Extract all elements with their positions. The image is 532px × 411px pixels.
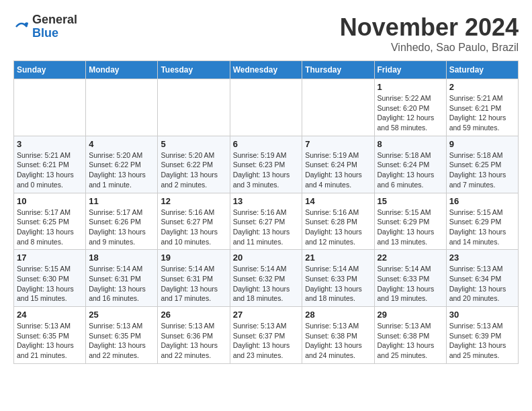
calendar-header-thursday: Thursday	[302, 61, 374, 79]
day-info: Sunrise: 5:15 AM Sunset: 6:29 PM Dayligh…	[449, 208, 515, 247]
logo: General Blue	[13, 13, 77, 40]
calendar-week-row: 24Sunrise: 5:13 AM Sunset: 6:35 PM Dayli…	[14, 307, 519, 364]
calendar-cell: 21Sunrise: 5:14 AM Sunset: 6:33 PM Dayli…	[302, 250, 374, 307]
day-number: 6	[233, 139, 300, 149]
logo-icon	[13, 19, 30, 35]
day-number: 1	[378, 82, 443, 92]
day-number: 30	[449, 310, 515, 320]
day-number: 27	[233, 310, 300, 320]
calendar-cell: 30Sunrise: 5:13 AM Sunset: 6:39 PM Dayli…	[446, 307, 518, 364]
day-number: 24	[17, 310, 83, 320]
calendar-cell: 7Sunrise: 5:19 AM Sunset: 6:24 PM Daylig…	[302, 136, 374, 193]
calendar-cell: 19Sunrise: 5:14 AM Sunset: 6:31 PM Dayli…	[158, 250, 230, 307]
day-info: Sunrise: 5:21 AM Sunset: 6:21 PM Dayligh…	[449, 93, 515, 133]
day-info: Sunrise: 5:13 AM Sunset: 6:38 PM Dayligh…	[378, 321, 443, 361]
day-info: Sunrise: 5:13 AM Sunset: 6:35 PM Dayligh…	[89, 321, 154, 361]
day-number: 20	[233, 253, 300, 263]
day-info: Sunrise: 5:17 AM Sunset: 6:25 PM Dayligh…	[17, 208, 83, 247]
calendar-cell: 5Sunrise: 5:20 AM Sunset: 6:22 PM Daylig…	[158, 136, 230, 193]
day-info: Sunrise: 5:13 AM Sunset: 6:35 PM Dayligh…	[17, 321, 83, 361]
day-number: 25	[89, 310, 154, 320]
day-info: Sunrise: 5:18 AM Sunset: 6:25 PM Dayligh…	[449, 150, 515, 190]
day-number: 17	[17, 253, 83, 263]
day-info: Sunrise: 5:13 AM Sunset: 6:37 PM Dayligh…	[233, 321, 300, 361]
page-header: General Blue November 2024 Vinhedo, Sao …	[13, 13, 519, 54]
calendar-cell: 22Sunrise: 5:14 AM Sunset: 6:33 PM Dayli…	[374, 250, 446, 307]
calendar-week-row: 10Sunrise: 5:17 AM Sunset: 6:25 PM Dayli…	[14, 193, 519, 250]
day-info: Sunrise: 5:13 AM Sunset: 6:34 PM Dayligh…	[449, 264, 515, 304]
day-number: 29	[378, 310, 443, 320]
day-number: 2	[449, 82, 515, 92]
day-number: 9	[449, 139, 515, 149]
day-info: Sunrise: 5:16 AM Sunset: 6:27 PM Dayligh…	[161, 208, 226, 247]
day-number: 11	[89, 196, 154, 206]
day-info: Sunrise: 5:14 AM Sunset: 6:32 PM Dayligh…	[233, 264, 300, 304]
day-number: 28	[305, 310, 371, 320]
day-info: Sunrise: 5:19 AM Sunset: 6:23 PM Dayligh…	[233, 150, 300, 190]
calendar-cell: 25Sunrise: 5:13 AM Sunset: 6:35 PM Dayli…	[86, 307, 158, 364]
calendar-cell: 12Sunrise: 5:16 AM Sunset: 6:27 PM Dayli…	[158, 193, 230, 250]
calendar-cell: 18Sunrise: 5:14 AM Sunset: 6:31 PM Dayli…	[86, 250, 158, 307]
calendar-week-row: 3Sunrise: 5:21 AM Sunset: 6:21 PM Daylig…	[14, 136, 519, 193]
day-info: Sunrise: 5:18 AM Sunset: 6:24 PM Dayligh…	[378, 150, 443, 190]
calendar-cell: 2Sunrise: 5:21 AM Sunset: 6:21 PM Daylig…	[446, 79, 518, 136]
day-info: Sunrise: 5:19 AM Sunset: 6:24 PM Dayligh…	[305, 150, 371, 190]
calendar-cell: 16Sunrise: 5:15 AM Sunset: 6:29 PM Dayli…	[446, 193, 518, 250]
day-number: 8	[378, 139, 443, 149]
calendar-cell	[302, 79, 374, 136]
calendar-cell: 11Sunrise: 5:17 AM Sunset: 6:26 PM Dayli…	[86, 193, 158, 250]
calendar-cell: 20Sunrise: 5:14 AM Sunset: 6:32 PM Dayli…	[230, 250, 302, 307]
calendar-header-saturday: Saturday	[446, 61, 518, 79]
calendar-cell: 14Sunrise: 5:16 AM Sunset: 6:28 PM Dayli…	[302, 193, 374, 250]
calendar-table: SundayMondayTuesdayWednesdayThursdayFrid…	[13, 60, 519, 364]
logo-blue: Blue	[32, 26, 58, 40]
calendar-cell: 3Sunrise: 5:21 AM Sunset: 6:21 PM Daylig…	[14, 136, 86, 193]
day-info: Sunrise: 5:16 AM Sunset: 6:27 PM Dayligh…	[233, 208, 300, 247]
day-number: 19	[161, 253, 226, 263]
calendar-week-row: 1Sunrise: 5:22 AM Sunset: 6:20 PM Daylig…	[14, 79, 519, 136]
calendar-cell: 10Sunrise: 5:17 AM Sunset: 6:25 PM Dayli…	[14, 193, 86, 250]
title-area: November 2024 Vinhedo, Sao Paulo, Brazil	[340, 13, 519, 54]
day-number: 15	[378, 196, 443, 206]
calendar-cell: 13Sunrise: 5:16 AM Sunset: 6:27 PM Dayli…	[230, 193, 302, 250]
calendar-header-monday: Monday	[86, 61, 158, 79]
day-number: 3	[17, 139, 83, 149]
calendar-header-wednesday: Wednesday	[230, 61, 302, 79]
calendar-cell: 28Sunrise: 5:13 AM Sunset: 6:38 PM Dayli…	[302, 307, 374, 364]
calendar-cell: 6Sunrise: 5:19 AM Sunset: 6:23 PM Daylig…	[230, 136, 302, 193]
calendar-cell: 15Sunrise: 5:15 AM Sunset: 6:29 PM Dayli…	[374, 193, 446, 250]
day-info: Sunrise: 5:16 AM Sunset: 6:28 PM Dayligh…	[305, 208, 371, 247]
day-number: 22	[378, 253, 443, 263]
calendar-cell: 8Sunrise: 5:18 AM Sunset: 6:24 PM Daylig…	[374, 136, 446, 193]
day-info: Sunrise: 5:22 AM Sunset: 6:20 PM Dayligh…	[378, 93, 443, 133]
calendar-cell: 4Sunrise: 5:20 AM Sunset: 6:22 PM Daylig…	[86, 136, 158, 193]
calendar-cell	[14, 79, 86, 136]
day-number: 4	[89, 139, 154, 149]
day-number: 12	[161, 196, 226, 206]
day-number: 7	[305, 139, 371, 149]
day-number: 21	[305, 253, 371, 263]
day-info: Sunrise: 5:14 AM Sunset: 6:31 PM Dayligh…	[161, 264, 226, 304]
day-number: 18	[89, 253, 154, 263]
day-info: Sunrise: 5:14 AM Sunset: 6:33 PM Dayligh…	[378, 264, 443, 304]
day-number: 14	[305, 196, 371, 206]
calendar-header-friday: Friday	[374, 61, 446, 79]
day-number: 23	[449, 253, 515, 263]
day-info: Sunrise: 5:14 AM Sunset: 6:31 PM Dayligh…	[89, 264, 154, 304]
calendar-header-tuesday: Tuesday	[158, 61, 230, 79]
day-number: 26	[161, 310, 226, 320]
calendar-cell: 9Sunrise: 5:18 AM Sunset: 6:25 PM Daylig…	[446, 136, 518, 193]
calendar-cell: 24Sunrise: 5:13 AM Sunset: 6:35 PM Dayli…	[14, 307, 86, 364]
day-info: Sunrise: 5:17 AM Sunset: 6:26 PM Dayligh…	[89, 208, 154, 247]
logo-text: General Blue	[32, 13, 77, 40]
day-info: Sunrise: 5:15 AM Sunset: 6:30 PM Dayligh…	[17, 264, 83, 304]
day-info: Sunrise: 5:20 AM Sunset: 6:22 PM Dayligh…	[89, 150, 154, 190]
calendar-cell	[230, 79, 302, 136]
day-info: Sunrise: 5:20 AM Sunset: 6:22 PM Dayligh…	[161, 150, 226, 190]
day-info: Sunrise: 5:21 AM Sunset: 6:21 PM Dayligh…	[17, 150, 83, 190]
day-info: Sunrise: 5:13 AM Sunset: 6:36 PM Dayligh…	[161, 321, 226, 361]
logo-general: General	[32, 13, 77, 26]
month-title: November 2024	[340, 13, 519, 42]
calendar-cell: 17Sunrise: 5:15 AM Sunset: 6:30 PM Dayli…	[14, 250, 86, 307]
calendar-cell: 23Sunrise: 5:13 AM Sunset: 6:34 PM Dayli…	[446, 250, 518, 307]
